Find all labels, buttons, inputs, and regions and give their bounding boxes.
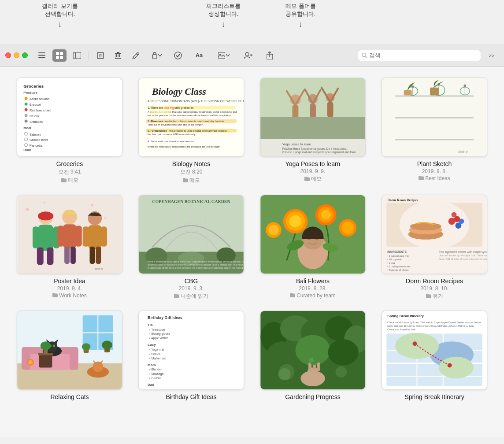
svg-text:Ground beef: Ground beef — [30, 138, 48, 142]
svg-text:Celery: Celery — [30, 114, 39, 118]
maximize-button[interactable] — [22, 52, 28, 58]
svg-text:What a wonderful early spring : What a wonderful early spring day to vis… — [148, 260, 244, 263]
note-folder-label-cbg: 나중에 읽기 — [181, 292, 208, 300]
svg-text:Acorn squash: Acorn squash — [30, 97, 49, 101]
svg-text:INGREDIENTS: INGREDIENTS — [387, 250, 407, 253]
svg-rect-6 — [60, 56, 63, 59]
image-button[interactable] — [213, 49, 234, 62]
svg-text:• Massage: • Massage — [149, 372, 164, 376]
search-box[interactable] — [358, 50, 481, 61]
share-button[interactable] — [263, 49, 277, 62]
traffic-lights — [5, 52, 28, 58]
titlebar: ⊟ — [0, 44, 504, 67]
svg-rect-84 — [395, 96, 474, 97]
search-input[interactable] — [369, 52, 477, 59]
note-item-birthday[interactable]: Birthday Gift Ideas Tia • Telescope • Bo… — [136, 311, 247, 402]
gallery-view-button[interactable] — [52, 49, 67, 62]
note-folder-label-bali: Curated by team — [296, 292, 336, 299]
svg-text:COPENHAGEN BOTANICAL GARDEN: COPENHAGEN BOTANICAL GARDEN — [152, 199, 230, 204]
svg-text:Dad: Dad — [148, 383, 154, 387]
svg-rect-96 — [404, 90, 412, 96]
svg-text:AGGRESSONE TRIMONTANS (APE)- T: AGGRESSONE TRIMONTANS (APE)- THE SHOWN C… — [148, 100, 244, 103]
svg-text:• Telescope: • Telescope — [149, 328, 165, 332]
note-item-groceries[interactable]: Groceries Produce Acorn squash Broccoli … — [14, 78, 125, 184]
minimize-button[interactable] — [14, 52, 19, 58]
svg-text:flavor. Add all sides of room : flavor. Add all sides of room to be easy… — [439, 258, 487, 260]
note-item-plant[interactable]: Bob 9 Plant Sketch 2019. 9. 8. Best Idea… — [379, 78, 490, 184]
image-icon — [218, 52, 225, 59]
lock-button[interactable] — [146, 49, 167, 62]
svg-text:Rainbow chard: Rainbow chard — [30, 108, 51, 112]
folder-share-tooltip: 메모 폴더를 공유합니다. ↓ — [285, 2, 316, 30]
search-icon — [362, 52, 367, 58]
note-folder-label-dorm: 휴가 — [433, 292, 443, 300]
svg-rect-109 — [37, 248, 44, 265]
svg-text:• Boxing gloves: • Boxing gloves — [149, 332, 170, 336]
poster-thumbnail-svg: Bob 9 — [17, 195, 122, 274]
attachment-icon: ⊟ — [97, 52, 104, 59]
note-thumbnail-garden — [260, 311, 366, 390]
note-folder-label-biology: 메모 — [189, 177, 200, 184]
note-date-bali: 2019. 8. 28. — [299, 285, 326, 292]
list-view-button[interactable] — [35, 49, 49, 62]
note-item-yoga[interactable]: Yoga poses to learn Practice these funda… — [257, 78, 368, 184]
note-item-dorm[interactable]: Dorm Room Recipes — [379, 195, 490, 300]
folder-icon-bali — [290, 293, 295, 298]
format-button[interactable]: Aa — [189, 49, 210, 62]
svg-point-147 — [268, 225, 279, 235]
svg-text:Lucy: Lucy — [148, 343, 156, 347]
svg-rect-120 — [100, 226, 107, 246]
compose-button[interactable] — [129, 49, 143, 62]
note-title-poster: Poster Idea — [54, 278, 85, 285]
note-title-birthday: Birthday Gift Ideas — [166, 393, 216, 400]
svg-point-93 — [463, 85, 466, 87]
note-folder-yoga: 메모 — [304, 175, 322, 183]
svg-point-167 — [459, 218, 464, 224]
svg-rect-0 — [38, 52, 45, 53]
bali-thumbnail-svg — [260, 195, 365, 274]
svg-text:That live in environments with: That live in environments with little or… — [148, 123, 204, 126]
delete-button[interactable] — [111, 49, 125, 62]
note-item-bali[interactable]: Bali Flowers 2019. 8. 28. Curated by tea… — [257, 195, 368, 300]
svg-point-35 — [25, 108, 28, 111]
note-date-yoga: 2019. 9. 9. — [300, 168, 326, 174]
svg-point-18 — [174, 52, 182, 59]
svg-text:Bob 9: Bob 9 — [458, 150, 467, 154]
list-icon — [38, 52, 45, 58]
note-item-cbg[interactable]: COPENHAGEN BOTANICAL GARDEN What a wonde… — [136, 195, 247, 300]
svg-text:to appreciate all the flora. I: to appreciate all the flora. It was cert… — [148, 266, 244, 269]
gallery-icon — [56, 52, 63, 59]
attachment-button[interactable]: ⊟ — [93, 49, 107, 62]
main-content: Groceries Produce Acorn squash Broccoli … — [0, 67, 504, 437]
note-thumbnail-plant: Bob 9 — [382, 78, 487, 157]
more-label: >> — [489, 53, 495, 58]
separator-1 — [89, 51, 89, 60]
svg-text:the few that consume ATP to mo: the few that consume ATP to model study — [148, 133, 196, 136]
svg-point-228 — [267, 341, 297, 367]
folder-icon-yoga — [304, 177, 310, 182]
more-button[interactable]: >> — [485, 49, 499, 62]
note-item-cats[interactable]: Relaxing Cats — [14, 311, 125, 402]
svg-rect-78 — [327, 102, 334, 117]
note-item-spring[interactable]: Spring Break Itinerary Check out all if … — [379, 311, 490, 402]
gallery-tooltip-arrow: ↓ — [42, 19, 78, 30]
svg-text:Bob 9: Bob 9 — [95, 267, 103, 270]
close-button[interactable] — [5, 52, 11, 58]
svg-text:• Books: • Books — [149, 352, 160, 355]
svg-rect-116 — [70, 247, 76, 264]
svg-text:Two ingredient crepes with map: Two ingredient crepes with maple syrup — [439, 250, 487, 254]
sidebar-button[interactable] — [70, 49, 84, 62]
gallery-tooltip-text: 갤러리 보기를 선택합니다. — [42, 3, 78, 17]
note-item-biology[interactable]: Biology Class AGGRESSONE TRIMONTANS (APE… — [136, 78, 247, 184]
note-item-poster[interactable]: Bob 9 Poster Idea 2019. 9. 4. Work Notes — [14, 195, 125, 300]
svg-point-33 — [25, 103, 28, 106]
share-people-button[interactable] — [238, 49, 259, 62]
svg-text:Meat: Meat — [23, 126, 31, 130]
svg-text:2. Blossoms respiration - this: 2. Blossoms respiration - this process i… — [148, 120, 224, 122]
svg-text:• Toppings of choice: • Toppings of choice — [387, 269, 408, 271]
folder-share-tooltip-text: 메모 폴더를 공유합니다. — [285, 3, 316, 17]
cats-thumbnail-svg — [17, 311, 122, 389]
svg-rect-110 — [47, 248, 54, 265]
note-item-garden[interactable]: Gardening Progress — [257, 311, 368, 402]
checklist-button[interactable] — [171, 49, 185, 62]
